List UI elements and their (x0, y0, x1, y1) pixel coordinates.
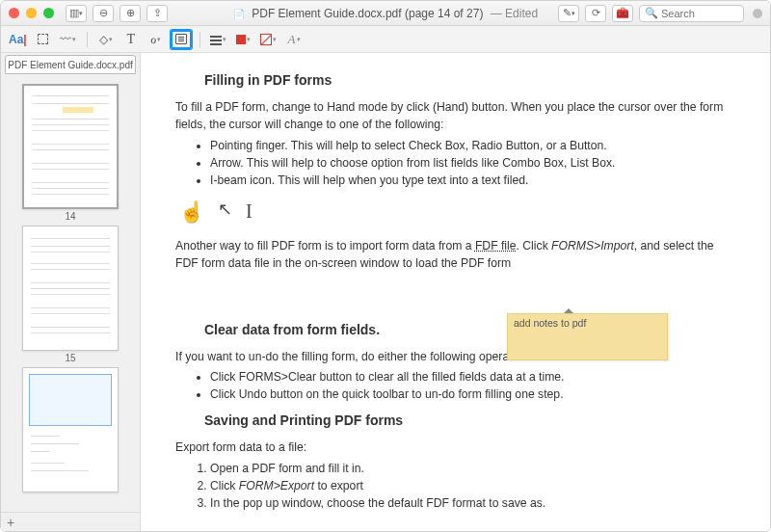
sticky-note-text[interactable]: add notes to pdf (514, 317, 586, 329)
document-view[interactable]: Filling in PDF forms To fill a PDF form,… (141, 53, 770, 531)
filename: PDF Element Guide.docx.pdf (252, 7, 401, 20)
rotate-button[interactable]: ⟳ (585, 5, 606, 22)
page-thumbnail[interactable] (22, 84, 119, 209)
fill-color-tool[interactable]: ▾ (233, 30, 254, 49)
search-icon: 🔍 (645, 7, 658, 19)
font-style-tool[interactable]: A▾ (283, 30, 305, 49)
list-item: I-beam icon. This will help when you typ… (210, 172, 735, 189)
file-icon: 📄 (233, 9, 245, 19)
page-indicator: (page 14 of 27) (405, 7, 483, 20)
thumbnail-page-number: 14 (1, 211, 140, 222)
minimize-window-button[interactable] (26, 8, 37, 18)
text-style-tool[interactable]: Aa| (7, 30, 29, 49)
sticky-note-annotation[interactable]: add notes to pdf (507, 313, 668, 360)
heading-filling-forms: Filling in PDF forms (204, 70, 735, 91)
selection-tool[interactable] (33, 30, 54, 49)
ibeam-cursor-icon: I (246, 197, 253, 227)
shapes-tool[interactable]: ◇▾ (95, 30, 117, 49)
list-item: Pointing finger. This will help to selec… (210, 137, 735, 154)
arrow-cursor-icon: ↖ (218, 197, 232, 227)
list-item: Open a PDF form and fill it in. (210, 460, 735, 477)
hand-cursor-icon: ☝ (179, 197, 204, 227)
note-tool[interactable] (171, 30, 192, 49)
close-window-button[interactable] (9, 8, 19, 18)
thumbnails-sidebar: PDF Element Guide.docx.pdf 14 15 (1, 53, 141, 531)
annotation-toolbar: Aa| 〰▾ ◇▾ T ℴ▾ ▾ ▾ ▾ A▾ (1, 26, 770, 53)
thumbnail-page-number: 15 (1, 353, 140, 363)
note-anchor-icon (564, 304, 575, 313)
fullscreen-button[interactable] (753, 9, 762, 18)
page-thumbnail[interactable] (22, 226, 119, 351)
paragraph: Export form data to a file: (175, 439, 735, 456)
pdf-page: Filling in PDF forms To fill a PDF form,… (141, 53, 770, 531)
border-color-tool[interactable]: ▾ (258, 30, 279, 49)
heading-saving-printing: Saving and Printing PDF forms (204, 411, 735, 431)
list-item: Click Undo button on the quick toolbar t… (210, 386, 735, 403)
sidebar-view-menu[interactable]: ▥▾ (66, 5, 87, 22)
share-button[interactable]: ⇪ (146, 5, 168, 22)
search-field[interactable]: 🔍 (639, 5, 744, 22)
list-item: Click FORM>Export to export (210, 477, 735, 494)
markup-toolbar-button[interactable]: 🧰 (612, 5, 633, 22)
zoom-window-button[interactable] (43, 8, 54, 18)
list-item: Arrow. This will help to choose option f… (210, 154, 735, 172)
paragraph: Another way to fill PDF form is to impor… (175, 237, 735, 273)
cursor-examples: ☝ ↖ I (179, 197, 735, 227)
line-style-tool[interactable]: ▾ (208, 30, 229, 49)
text-tool[interactable]: T (120, 30, 142, 49)
search-input[interactable] (661, 8, 738, 19)
list-item: In the pop up window, choose the default… (210, 494, 735, 512)
titlebar: ▥▾ ⊖ ⊕ ⇪ 📄 PDF Element Guide.docx.pdf (p… (1, 1, 770, 26)
edited-status: Edited (505, 7, 538, 20)
highlight-mode-button[interactable]: ✎▾ (558, 5, 579, 22)
zoom-out-button[interactable]: ⊖ (93, 5, 114, 22)
sketch-tool[interactable]: 〰▾ (58, 30, 79, 49)
list-item: Click FORMS>Clear button to clear all th… (210, 368, 735, 386)
sidebar-tab[interactable]: PDF Element Guide.docx.pdf (5, 55, 136, 74)
zoom-in-button[interactable]: ⊕ (120, 5, 141, 22)
paragraph: To fill a PDF form, change to Hand mode … (175, 98, 735, 134)
add-page-button[interactable]: + (1, 512, 140, 531)
page-thumbnail[interactable] (22, 367, 119, 492)
signature-tool[interactable]: ℴ▾ (146, 30, 167, 49)
